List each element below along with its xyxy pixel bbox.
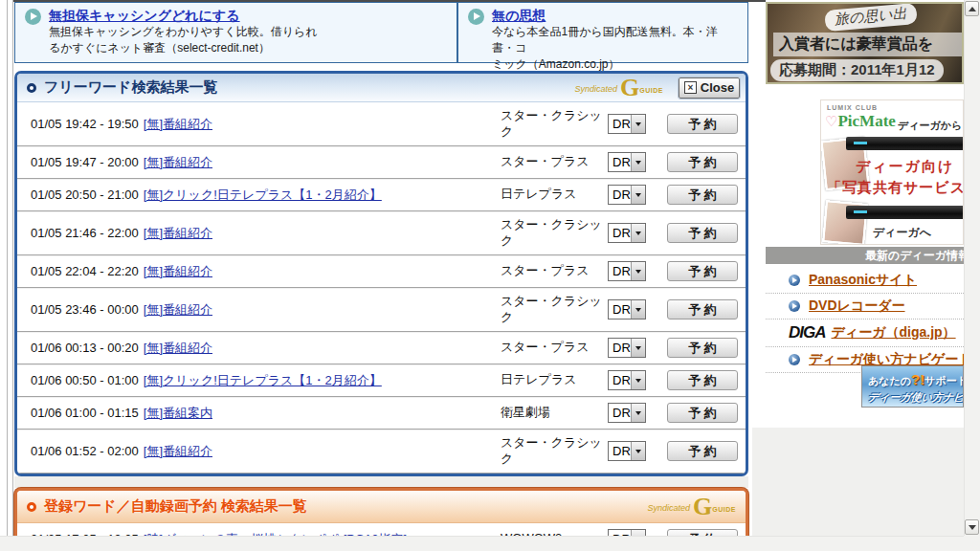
diga-recorder-image [846,137,964,150]
reserve-button[interactable]: 予 約 [667,223,738,243]
chevron-down-icon[interactable] [631,371,645,389]
gguide-logo: Syndicated G GUIDE [575,78,663,98]
quality-select[interactable]: DR [608,370,646,390]
scroll-up-button[interactable] [965,1,979,16]
sidebar-link[interactable]: Panasonicサイト [809,272,917,289]
table-row: 01/05 22:04 - 22:20[無]番組紹介 スター・プラス DR 予 … [17,255,746,288]
gguide-syndicated-text: Syndicated [575,84,618,94]
sidebar-link-item: DIGAディーガ（diga.jp） [766,320,964,347]
arrow-up-icon [969,7,976,11]
program-time: 01/06 01:52 - 02:00 [31,444,139,458]
program-title-link[interactable]: [無]クリック!日テレプラス【1・2月紹介】 [144,373,382,387]
diga-logo: DIGA [789,323,826,342]
reserve-button[interactable]: 予 約 [667,370,738,390]
program-cell: 01/05 22:04 - 22:20[無]番組紹介 [31,263,501,280]
reserve-button[interactable]: 予 約 [667,299,738,320]
reserve-button[interactable]: 予 約 [667,338,738,358]
chevron-down-icon[interactable] [631,339,645,357]
chevron-down-icon[interactable] [631,300,645,319]
quality-select[interactable]: DR [608,185,646,205]
channel-name: スター・クラシック [501,294,608,326]
quality-select[interactable]: DR [608,299,646,320]
table-row: 01/06 01:52 - 02:00[無]番組紹介 スター・クラシック DR … [17,430,746,474]
quality-cell: DR [608,338,657,358]
reserve-cell: 予 約 [657,338,738,358]
program-title-link[interactable]: [無]番組紹介 [144,226,212,240]
table-row: 01/05 23:46 - 00:00[無]番組紹介 スター・クラシック DR … [17,288,746,332]
reserve-button[interactable]: 予 約 [667,185,738,205]
ad-box-amazon: 無の思想 今なら本全品1冊から国内配送無料。本・洋書・コ ミック（Amazon.… [457,2,748,63]
program-title-link[interactable]: [無]番組紹介 [144,302,212,317]
program-title-link[interactable]: [無]クリック!日テレプラス【1・2月紹介】 [144,187,382,202]
reserve-button[interactable]: 予 約 [667,261,738,281]
chevron-down-icon[interactable] [631,186,645,204]
close-icon: × [684,81,697,94]
left-frame-line-inner [12,0,13,536]
freeword-results-list: 01/05 19:42 - 19:50[無]番組紹介 スター・クラシック DR … [17,102,746,474]
scroll-down-button[interactable] [965,519,979,535]
chevron-down-icon[interactable] [631,115,645,133]
channel-name: 日テレプラス [501,187,608,203]
program-title-link[interactable]: [無]番組紹介 [144,155,212,169]
quality-select[interactable]: DR [608,441,646,461]
left-frame-line [7,0,8,536]
program-time: 01/05 21:46 - 22:00 [31,226,139,240]
chevron-down-icon[interactable] [631,262,645,280]
picmate-tagline: ディーガから [898,119,962,133]
travel-banner-title: 旅の思い出 [824,3,917,32]
chevron-down-icon[interactable] [631,153,645,171]
travel-campaign-banner[interactable]: 旅の思い出 入賞者には豪華賞品を 応募期間：2011年1月12 [766,2,964,84]
ad-link-amazon[interactable]: 無の思想 [492,8,740,24]
channel-name: スター・クラシック [501,217,608,250]
ad-desc-line: 今なら本全品1冊から国内配送無料。本・洋書・コ [492,24,740,56]
quality-select[interactable]: DR [608,261,646,281]
horizontal-scrollbar[interactable] [0,536,964,551]
program-cell: 01/05 19:42 - 19:50[無]番組紹介 [31,116,501,133]
sidebar-link[interactable]: ディーガ（diga.jp） [832,324,956,342]
sidebar-link[interactable]: DVDレコーダー [809,298,905,315]
registered-panel-title: 登録ワード／自動録画予約 検索結果一覧 [44,497,307,516]
table-row: 01/05 19:42 - 19:50[無]番組紹介 スター・クラシック DR … [17,102,746,146]
diga-recorder-image [846,206,964,219]
quality-cell: DR [608,299,657,320]
ad-link-credit[interactable]: 無担保キャッシングどれにする [49,8,318,24]
ad-desc-line: るかすぐにネット審査（select-credit.net） [49,40,318,56]
vertical-scrollbar[interactable] [964,0,980,536]
picmate-logo: ♡PicMate [825,112,896,131]
reserve-button[interactable]: 予 約 [667,152,738,172]
reserve-cell: 予 約 [657,370,738,390]
program-time: 01/06 00:13 - 00:20 [31,341,139,355]
chevron-down-icon[interactable] [631,224,645,242]
program-title-link[interactable]: [無]番組紹介 [144,117,212,131]
quality-select[interactable]: DR [608,152,646,172]
support-banner-text: サポート [924,375,964,386]
support-banner[interactable]: あなたの?!サポート ディーガ使い方ナビ [861,365,964,408]
program-time: 01/05 23:46 - 00:00 [31,302,139,317]
ad-desc-line: 無担保キャッシングをわかりやすく比較。借りられ [49,24,318,40]
program-title-link[interactable]: [無]番組案内 [144,406,212,420]
reserve-button[interactable]: 予 約 [667,114,738,134]
gguide-guide-text: GUIDE [712,506,736,513]
quality-select[interactable]: DR [608,223,646,243]
reserve-button[interactable]: 予 約 [667,403,738,423]
support-banner-text: あなたの [868,375,911,386]
chevron-down-icon[interactable] [631,442,645,460]
top-ad-row: 無担保キャッシングどれにする 無担保キャッシングをわかりやすく比較。借りられ る… [14,2,748,63]
chevron-down-icon[interactable] [631,404,645,422]
quality-select[interactable]: DR [608,338,646,358]
picmate-ad-banner[interactable]: LUMIX CLUB ♡PicMate ディーガから ディーガ向け 「写真共有サ… [820,99,964,245]
quality-select[interactable]: DR [608,403,646,423]
program-title-link[interactable]: [無]番組紹介 [144,444,212,458]
channel-name: スター・プラス [501,340,608,356]
reserve-cell: 予 約 [657,299,738,320]
quality-select[interactable]: DR [608,114,646,134]
program-title-link[interactable]: [無]番組紹介 [144,341,212,355]
ad-desc-line: ミック（Amazon.co.jp） [492,56,740,73]
table-row: 01/05 20:50 - 21:00[無]クリック!日テレプラス【1・2月紹介… [17,179,746,211]
close-button[interactable]: × Close [679,77,740,99]
play-icon [789,354,800,365]
reserve-button[interactable]: 予 約 [667,441,738,461]
program-title-link[interactable]: [無]番組紹介 [144,264,212,278]
table-row: 01/06 00:13 - 00:20[無]番組紹介 スター・プラス DR 予 … [17,332,746,364]
picmate-footer-text: ディーガへ [873,225,931,241]
